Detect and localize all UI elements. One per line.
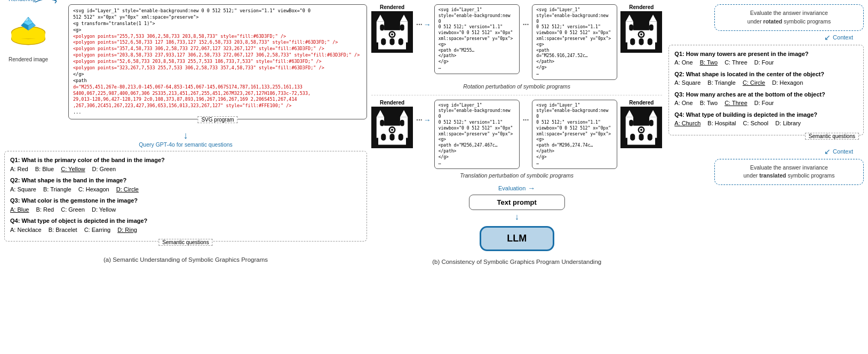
code-trans-1-l8: </path> xyxy=(439,149,515,155)
code-trans-2-l2: style="enable-background:new 0 xyxy=(536,108,613,120)
church-right-block-1: Rendered xyxy=(620,4,662,53)
svg-rect-57 xyxy=(649,119,654,126)
ellipsis-icon-3: ··· xyxy=(416,116,423,124)
svg-rect-46 xyxy=(399,133,403,140)
q1-a2: B: Blue xyxy=(35,166,54,172)
code-trans-1-l6: <g> xyxy=(439,137,515,143)
q4-label: Q4: xyxy=(10,218,21,224)
rq3-row: Q3: How many arches are at the bottom of… xyxy=(674,90,858,108)
code-rot-1-l7: <path d="M255… xyxy=(439,48,515,54)
context-label-2: Context xyxy=(833,148,853,155)
rq3-a4: D: Four xyxy=(754,100,774,106)
code-rot-1-l9: </g> xyxy=(439,59,515,65)
q4-a2: B: Bracelet xyxy=(49,227,77,233)
rq2-a3: C: Circle xyxy=(743,79,765,86)
code-line-17: ... xyxy=(73,109,362,116)
rendered-label-3: Rendered xyxy=(380,100,404,106)
rq3-a2: B: Two xyxy=(700,100,718,106)
church-image-4 xyxy=(620,107,662,148)
code-trans-1-l4: viewbox="0 0 512 512" x="0px" xyxy=(439,126,515,132)
main-container: Rendering xyxy=(0,0,868,354)
svg-rect-44 xyxy=(381,133,386,140)
rq1-a1: A: One xyxy=(674,59,692,66)
ellipsis-icon-4: ··· xyxy=(523,116,529,124)
church-image-1 xyxy=(371,11,413,53)
code-rot-1-l1: <svg id="Layer_1" xyxy=(439,7,515,13)
q1-a4: D: Green xyxy=(92,166,116,172)
svg-rect-31 xyxy=(639,38,644,45)
eval-label: Evaluation xyxy=(498,185,525,191)
svg-rect-56 xyxy=(630,119,634,126)
code-line-11: </g> xyxy=(73,71,362,78)
svg-rect-58 xyxy=(631,133,635,140)
q1-a3: C: Yellow xyxy=(61,166,85,172)
rendered-label-1: Rendered xyxy=(380,4,404,10)
rq1-a2: B: Two xyxy=(700,59,718,66)
arrow-right-icon-1: → xyxy=(424,20,431,29)
code-line-8: <polygon points="203,8,58,733 237,933,12… xyxy=(73,52,362,59)
svg-marker-6 xyxy=(25,17,28,21)
rq4-a1: A: Church xyxy=(674,120,700,126)
right-top-section: Evaluate the answer invariance under rot… xyxy=(668,4,864,42)
small-code-box-rot-2: <svg id="Layer_1" style="enable-backgrou… xyxy=(532,4,617,80)
svg-rect-42 xyxy=(380,119,384,126)
llm-label: LLM xyxy=(507,233,527,244)
svg-rect-60 xyxy=(648,133,652,140)
small-code-box-rot-1: <svg id="Layer_1" style="enable-backgrou… xyxy=(434,4,520,74)
svg-rect-30 xyxy=(631,38,635,45)
code-line-3: <g transform="translate(1 1)"> xyxy=(73,21,362,27)
code-trans-2-l10: … xyxy=(536,160,613,166)
context-arrow-2: ↙ xyxy=(824,147,831,156)
code-rot-1-l5: xml:space="preserve" y="0px"> xyxy=(439,36,515,42)
query-label: Query GPT-4o for semantic questions xyxy=(139,141,233,148)
code-trans-2-l3: 0 512 512;" version="1.1" xyxy=(536,120,613,126)
code-rot-2-l5: xml:space="preserve" y="0px"> xyxy=(536,36,613,42)
svg-rect-59 xyxy=(639,133,644,140)
question-row-3: Q3: What color is the gemstone in the im… xyxy=(10,196,361,214)
q2-a1: A: Square xyxy=(10,186,36,192)
code-rot-2-l1: <svg id="Layer_1" xyxy=(536,7,613,13)
code-trans-2-l1: <svg id="Layer_1" xyxy=(536,103,613,109)
right-panel: Evaluate the answer invariance under rot… xyxy=(666,4,864,350)
q4-a1: A: Necklace xyxy=(10,227,42,233)
code-rot-2-l11: … xyxy=(536,71,613,77)
q3-a3: C: Green xyxy=(61,206,85,213)
query-section: ↓ Query GPT-4o for semantic questions xyxy=(4,130,367,148)
q2-a3: C: Hexagon xyxy=(78,186,109,192)
svg-program-label: SVG program xyxy=(197,116,237,123)
code-trans-2-l5: xml:space="preserve" y="0px"> xyxy=(536,132,613,138)
code-rot-2-l8: d="M256.916,247.52c… xyxy=(536,53,613,59)
rendering-arrow-icon xyxy=(35,0,67,7)
svg-rect-45 xyxy=(389,133,394,140)
code-rot-1-l2: style="enable-background:new 0 xyxy=(439,13,515,25)
svg-point-21 xyxy=(391,34,393,36)
code-line-1: <svg id="Layer_1" style="enable-backgrou… xyxy=(73,8,362,14)
mid-translation-section: Rendered xyxy=(371,100,662,170)
rq4-row: Q4: What type of building is depicted in… xyxy=(674,110,858,128)
bottom-dashed-box: Evaluate the answer invariance under tra… xyxy=(714,159,864,186)
svg-rect-18 xyxy=(399,38,403,45)
rendered-label-4: Rendered xyxy=(629,100,654,106)
context-1-row: ↙ Context xyxy=(824,33,853,42)
church-left-block: Rendered xyxy=(371,4,413,53)
code-rot-2-l3: 0 512 512;" version="1.1" xyxy=(536,25,613,30)
context-2-row: ↙ Context xyxy=(668,147,853,156)
bottom-dashed-text-2: under xyxy=(744,172,760,179)
code-trans-1-l1: <svg id="Layer_1" xyxy=(439,103,515,109)
code-line-5: <polygon points="255,7,533 306,2,58,733 … xyxy=(73,34,362,40)
left-top-section: Rendering xyxy=(4,4,367,127)
code-rot-1-l8: </path> xyxy=(439,53,515,59)
right-semantic-questions-box: Q1: How many towers are present in the i… xyxy=(668,45,864,135)
mid-ellipsis-1: ··· → xyxy=(416,20,431,29)
q2-label: Q2: xyxy=(10,177,21,183)
code-trans-2-l4: viewbox="0 0 512 512" x="0px" xyxy=(536,126,613,132)
code-trans-1-l3: 0 512 512;" version="1.1" xyxy=(439,120,515,126)
rq2-row: Q2: What shape is located in the center … xyxy=(674,70,858,87)
code-rot-2-l10: </g> xyxy=(536,65,613,71)
context-arrow-1: ↙ xyxy=(824,33,831,42)
code-trans-1-l5: xml:space="preserve" y="0px"> xyxy=(439,132,515,138)
rq4-a4: D: Library xyxy=(775,120,801,126)
question-row-4: Q4: What type of object is depicted in t… xyxy=(10,216,361,234)
arrow-right-icon-2: → xyxy=(424,116,431,124)
top-dashed-text-2: under xyxy=(747,18,763,25)
